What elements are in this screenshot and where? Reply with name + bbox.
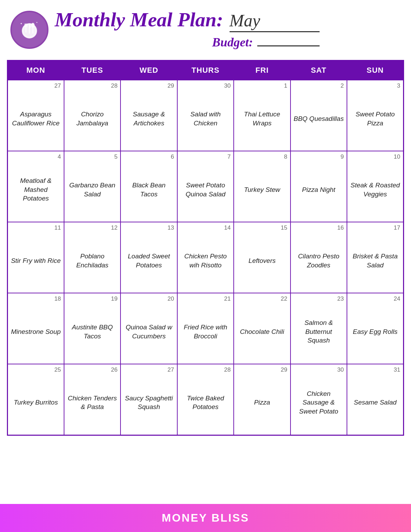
brand-name: MONEY BLISS [162,512,249,524]
table-cell[interactable]: 8Turkey Stew [234,151,290,222]
meal-name: Sweet Potato Pizza [350,82,400,148]
day-number: 22 [281,295,287,302]
main-title: Monthly Meal Plan: [55,10,223,30]
meal-name: Sesame Salad [350,366,400,432]
meal-name: Leftovers [237,224,287,290]
day-number: 17 [394,224,400,231]
svg-point-8 [31,23,35,28]
table-cell[interactable]: 9Pizza Night [291,151,347,222]
meal-name: Garbanzo Bean Salad [67,153,117,219]
table-cell[interactable]: 24Easy Egg Rolls [347,293,403,364]
table-cell[interactable]: 13Loaded Sweet Potatoes [120,222,177,293]
table-cell[interactable]: 22Chocolate Chili [234,293,290,364]
day-number: 13 [168,224,174,231]
week-row-4: 18Minestrone Soup19Austinite BBQ Tacos20… [8,293,404,364]
col-sat: SAT [291,61,347,80]
day-number: 12 [111,224,117,231]
table-cell[interactable]: 7Sweet Potato Quinoa Salad [177,151,234,222]
day-number: 26 [111,366,117,373]
col-thurs: THURS [177,61,234,80]
day-number: 25 [54,366,61,373]
table-cell[interactable]: 16Cilantro Pesto Zoodles [291,222,347,293]
table-cell[interactable]: 2BBQ Quesadillas [291,80,347,151]
meal-name: Austinite BBQ Tacos [67,295,117,361]
col-fri: FRI [234,61,290,80]
day-number: 28 [111,82,117,89]
budget-label: Budget: [212,35,253,50]
meal-name: Steak & Roasted Veggies [350,153,400,219]
day-number: 18 [54,295,61,302]
meal-name: BBQ Quesadillas [294,82,344,148]
meal-name: Stir Fry with Rice [11,224,61,290]
day-number: 23 [337,295,344,302]
table-cell[interactable]: 4Meatloaf & Mashed Potatoes [8,151,64,222]
day-number: 31 [394,366,400,373]
table-cell[interactable]: 27Saucy Spaghetti Squash [120,364,177,435]
table-cell[interactable]: 30Chicken Sausage & Sweet Potato [291,364,347,435]
meal-name: Black Bean Tacos [124,153,174,219]
table-cell[interactable]: 11Stir Fry with Rice [8,222,64,293]
day-number: 11 [54,224,61,231]
col-wed: WED [120,61,177,80]
table-cell[interactable]: 12Poblano Enchiladas [64,222,120,293]
table-cell[interactable]: 27Asparagus Cauliflower Rice [8,80,64,151]
meal-name: Poblano Enchiladas [67,224,117,290]
meal-name: Fried Rice with Broccoli [180,295,231,361]
month-value[interactable]: May [230,10,320,32]
week-row-5: 25Turkey Burritos26Chicken Tenders & Pas… [8,364,404,435]
calendar-table: MON TUES WED THURS FRI SAT SUN 27Asparag… [7,60,404,436]
day-number: 21 [224,295,231,302]
table-cell[interactable]: 20Quinoa Salad w Cucumbers [120,293,177,364]
meal-name: Saucy Spaghetti Squash [124,366,174,432]
meal-name: Sausage & Artichokes [124,82,174,148]
table-cell[interactable]: 3Sweet Potato Pizza [347,80,403,151]
meal-name: Salmon & Butternut Squash [294,295,344,361]
svg-text:·: · [37,27,38,29]
table-cell[interactable]: 1Thai Lettuce Wraps [234,80,290,151]
table-cell[interactable]: 6Black Bean Tacos [120,151,177,222]
meal-name: Twice Baked Potatoes [180,366,231,432]
day-number: 27 [54,82,61,89]
table-cell[interactable]: 19Austinite BBQ Tacos [64,293,120,364]
meal-name: Pizza [237,366,287,432]
meal-name: Sweet Potato Quinoa Salad [180,153,231,219]
meal-name: Thai Lettuce Wraps [237,82,287,148]
calendar-wrapper: MON TUES WED THURS FRI SAT SUN 27Asparag… [0,53,411,504]
table-cell[interactable]: 29Sausage & Artichokes [120,80,177,151]
svg-text:✦: ✦ [20,22,23,25]
day-number: 8 [284,153,287,160]
table-cell[interactable]: 28Chorizo Jambalaya [64,80,120,151]
table-cell[interactable]: 17Brisket & Pasta Salad [347,222,403,293]
meal-name: Turkey Burritos [11,366,61,432]
table-cell[interactable]: 18Minestrone Soup [8,293,64,364]
table-cell[interactable]: 31Sesame Salad [347,364,403,435]
table-cell[interactable]: 23Salmon & Butternut Squash [291,293,347,364]
table-cell[interactable]: 26Chicken Tenders & Pasta [64,364,120,435]
day-number: 30 [337,366,344,373]
meal-name: Chicken Pesto wih Risotto [180,224,231,290]
page: ✦ ✦ · Monthly Meal Plan: May Budget: MON… [0,0,411,532]
week-row-3: 11Stir Fry with Rice12Poblano Enchiladas… [8,222,404,293]
meal-name: Pizza Night [294,153,344,219]
day-number: 28 [224,366,231,373]
table-cell[interactable]: 30Salad with Chicken [177,80,234,151]
table-cell[interactable]: 15Leftovers [234,222,290,293]
budget-input-line[interactable] [257,39,320,46]
table-cell[interactable]: 14Chicken Pesto wih Risotto [177,222,234,293]
table-cell[interactable]: 25Turkey Burritos [8,364,64,435]
day-number: 19 [111,295,117,302]
table-cell[interactable]: 28Twice Baked Potatoes [177,364,234,435]
table-cell[interactable]: 10Steak & Roasted Veggies [347,151,403,222]
meal-name: Chorizo Jambalaya [67,82,117,148]
budget-row: Budget: [55,35,320,50]
day-number: 6 [171,153,174,160]
calendar-header-row: MON TUES WED THURS FRI SAT SUN [8,61,404,80]
footer: MONEY BLISS [0,504,411,532]
table-cell[interactable]: 21Fried Rice with Broccoli [177,293,234,364]
day-number: 29 [168,82,174,89]
table-cell[interactable]: 29Pizza [234,364,290,435]
meal-name: Salad with Chicken [180,82,231,148]
col-sun: SUN [347,61,403,80]
table-cell[interactable]: 5Garbanzo Bean Salad [64,151,120,222]
meal-name: Easy Egg Rolls [350,295,400,361]
